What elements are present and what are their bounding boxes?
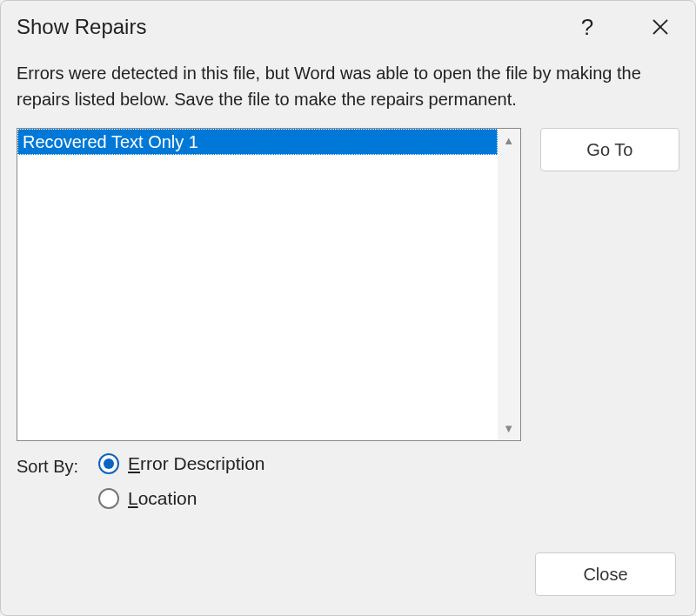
repairs-list[interactable]: Recovered Text Only 1 <box>17 129 498 440</box>
show-repairs-dialog: Show Repairs ? Errors were detected in t… <box>0 0 696 616</box>
scroll-up-icon[interactable]: ▲ <box>503 134 514 147</box>
sort-by-group: Sort By: Error Description Location <box>17 453 679 509</box>
radio-label: Error Description <box>128 453 265 474</box>
repairs-listbox[interactable]: Recovered Text Only 1 ▲ ▼ <box>17 128 521 441</box>
close-button[interactable]: Close <box>535 552 676 596</box>
list-item[interactable]: Recovered Text Only 1 <box>17 129 498 155</box>
titlebar: Show Repairs ? <box>1 1 695 50</box>
radio-label: Location <box>128 488 197 509</box>
radio-location[interactable]: Location <box>98 488 265 509</box>
radio-indicator-icon <box>98 453 119 474</box>
sort-radio-group: Error Description Location <box>98 453 265 509</box>
description-text: Errors were detected in this file, but W… <box>17 60 679 112</box>
list-scrollbar[interactable]: ▲ ▼ <box>498 129 520 440</box>
help-icon[interactable]: ? <box>568 10 606 44</box>
sort-by-label: Sort By: <box>17 453 79 477</box>
dialog-body: Errors were detected in this file, but W… <box>1 50 695 525</box>
content-row: Recovered Text Only 1 ▲ ▼ Go To <box>17 128 679 441</box>
scroll-down-icon[interactable]: ▼ <box>503 422 514 435</box>
radio-error-description[interactable]: Error Description <box>98 453 265 474</box>
dialog-footer: Close <box>535 552 676 596</box>
dialog-title: Show Repairs <box>17 15 568 39</box>
radio-indicator-icon <box>98 488 119 509</box>
close-icon[interactable] <box>641 10 679 44</box>
goto-button[interactable]: Go To <box>540 128 679 171</box>
